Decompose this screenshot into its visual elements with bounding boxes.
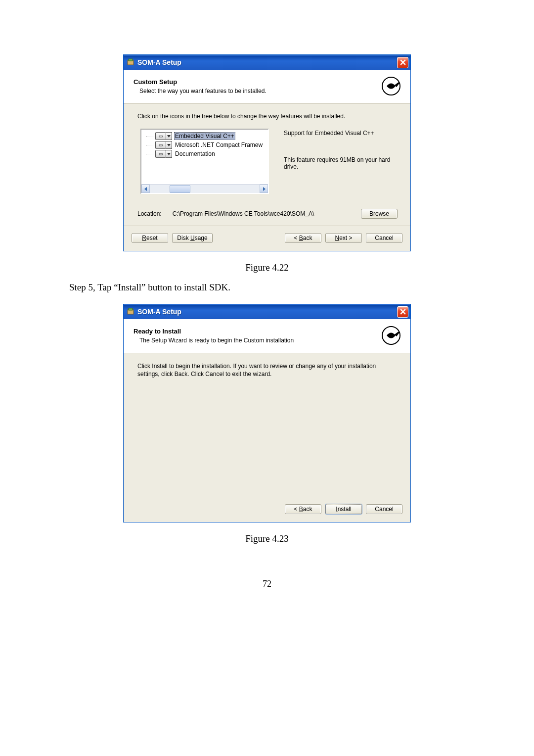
chevron-down-icon[interactable] (166, 141, 172, 149)
tree-label: Embedded Visual C++ (174, 132, 235, 140)
tree-item-evc[interactable]: ▭ Embedded Visual C++ (141, 132, 268, 141)
tree-item-netcf[interactable]: ▭ Microsoft .NET Compact Framew (141, 141, 268, 149)
ready-install-dialog: SOM-A Setup Ready to Install The Setup W… (123, 304, 411, 522)
drive-icon: ▭ (155, 132, 166, 140)
next-button[interactable]: Next > (325, 233, 362, 243)
figure-caption: Figure 4.22 (69, 262, 465, 273)
close-button[interactable] (397, 306, 408, 318)
header-subtitle: Select the way you want features to be i… (139, 88, 380, 94)
chevron-down-icon[interactable] (166, 150, 172, 158)
cancel-button[interactable]: Cancel (366, 504, 402, 514)
cancel-button[interactable]: Cancel (366, 233, 402, 243)
tree-label: Microsoft .NET Compact Framew (174, 142, 264, 148)
install-button[interactable]: Install (325, 504, 362, 514)
instruction-text: Click on the icons in the tree below to … (137, 113, 398, 120)
feature-description: Support for Embedded Visual C++ This fea… (284, 129, 398, 194)
body-text: Click Install to begin the installation.… (137, 362, 398, 378)
close-button[interactable] (397, 57, 408, 68)
desc-requirement: This feature requires 91MB on your hard … (284, 156, 398, 170)
button-bar: Reset Disk Usage < Back Next > Cancel (124, 226, 410, 251)
feature-tree[interactable]: ▭ Embedded Visual C++ ▭ Microsoft .NET C… (140, 129, 269, 194)
title-bar[interactable]: SOM-A Setup (124, 304, 410, 319)
window-title: SOM-A Setup (137, 308, 397, 316)
drive-icon: ▭ (155, 150, 166, 158)
header-panel: Custom Setup Select the way you want fea… (124, 70, 410, 104)
location-label: Location: (137, 210, 162, 217)
desc-title: Support for Embedded Visual C++ (284, 130, 398, 137)
tree-label: Documentation (174, 150, 216, 157)
scroll-right-button[interactable] (260, 185, 268, 193)
chevron-down-icon[interactable] (166, 132, 172, 140)
svg-rect-1 (129, 59, 133, 61)
figure-caption: Figure 4.23 (69, 533, 465, 544)
browse-button[interactable]: Browse (361, 209, 398, 219)
custom-setup-dialog: SOM-A Setup Custom Setup Select the way … (123, 54, 411, 251)
tree-item-docs[interactable]: ▭ Documentation (141, 149, 268, 158)
title-bar[interactable]: SOM-A Setup (124, 55, 410, 70)
installer-icon (127, 308, 134, 316)
scroll-thumb[interactable] (170, 185, 190, 193)
installer-icon (127, 58, 134, 66)
button-bar: < Back Install Cancel (124, 497, 410, 522)
header-panel: Ready to Install The Setup Wizard is rea… (124, 319, 410, 353)
wizard-icon (380, 324, 402, 347)
disk-usage-button[interactable]: Disk Usage (172, 233, 213, 243)
back-button[interactable]: < Back (285, 504, 321, 514)
reset-button[interactable]: Reset (132, 233, 168, 243)
header-subtitle: The Setup Wizard is ready to begin the C… (139, 337, 380, 344)
drive-icon: ▭ (155, 141, 166, 149)
horizontal-scrollbar[interactable] (141, 184, 268, 193)
scroll-track[interactable] (150, 185, 260, 193)
scroll-left-button[interactable] (141, 185, 150, 193)
back-button[interactable]: < Back (285, 233, 321, 243)
header-title: Ready to Install (134, 328, 380, 335)
wizard-icon (380, 75, 402, 97)
content-panel: Click on the icons in the tree below to … (124, 104, 410, 226)
window-title: SOM-A Setup (137, 58, 397, 66)
step-text: Step 5, Tap “Install” button to install … (69, 282, 465, 293)
location-path: C:\Program Files\Windows CE Tools\wce420… (173, 210, 350, 217)
page-number: 72 (69, 579, 465, 589)
header-title: Custom Setup (134, 78, 380, 86)
svg-rect-4 (129, 308, 133, 310)
content-panel: Click Install to begin the installation.… (124, 353, 410, 497)
